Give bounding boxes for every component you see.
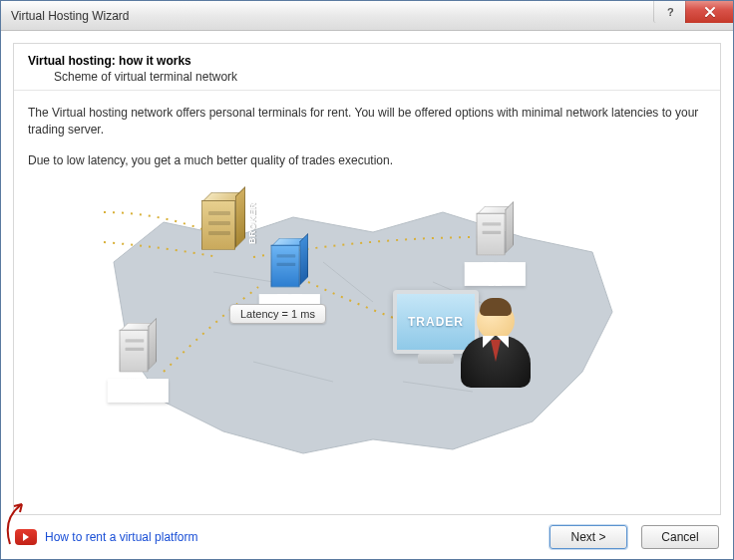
network-diagram: BROKER [14,182,720,514]
panel-header: Virtual hosting: how it works Scheme of … [14,44,720,91]
content-area: Virtual hosting: how it works Scheme of … [1,31,733,559]
description-block: The Virtual hosting network offers perso… [14,91,720,182]
next-button[interactable]: Next > [550,525,627,549]
trader-label: TRADER [408,315,464,329]
close-button[interactable] [685,1,733,23]
broker-label: BROKER [247,202,257,244]
titlebar: Virtual Hosting Wizard ? [1,1,733,31]
svg-text:?: ? [667,6,674,18]
help-video-link[interactable]: How to rent a virtual platform [45,530,197,544]
wizard-window: Virtual Hosting Wizard ? Virtual hosting… [0,0,734,560]
latency-badge: Latency = 1 ms [229,304,326,324]
title-controls: ? [653,1,733,23]
trader-person-icon [459,302,533,392]
remote-server-icon [120,323,161,391]
cancel-button[interactable]: Cancel [641,525,719,549]
broker-server-icon: BROKER [201,192,249,272]
panel-subtitle: Scheme of virtual terminal network [28,70,706,84]
window-title: Virtual Hosting Wizard [11,9,130,23]
youtube-icon[interactable] [15,529,37,545]
footer-bar: How to rent a virtual platform Next > Ca… [13,515,721,551]
panel-title: Virtual hosting: how it works [28,54,706,68]
main-panel: Virtual hosting: how it works Scheme of … [13,43,721,515]
virtual-terminal-icon [271,238,312,306]
description-line-1: The Virtual hosting network offers perso… [28,105,706,139]
help-button[interactable]: ? [653,1,685,23]
remote-server-icon [477,206,518,274]
description-line-2: Due to low latency, you get a much bette… [28,152,706,169]
